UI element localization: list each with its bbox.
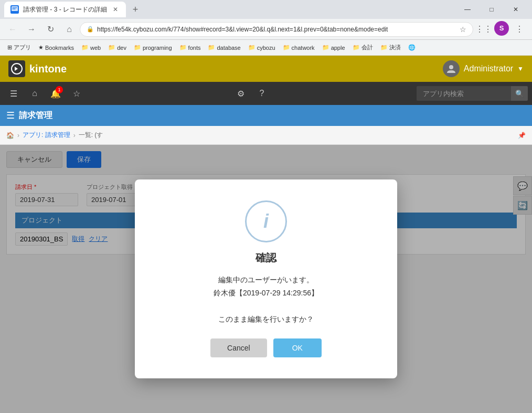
modal-icon-text: i <box>263 210 269 232</box>
search-input[interactable] <box>417 86 511 101</box>
globe-icon: 🌐 <box>408 44 416 51</box>
nav-menu-button[interactable]: ☰ <box>4 84 23 103</box>
apps-icon: ⊞ <box>7 44 12 51</box>
modal-buttons: Cancel OK <box>210 338 322 357</box>
nav-favorites-button[interactable]: ☆ <box>67 84 86 103</box>
modal-title: 確認 <box>256 251 276 265</box>
more-menu-button[interactable]: ⋮ <box>511 21 528 38</box>
bookmark-fonts[interactable]: 📁 fonts <box>176 43 204 52</box>
bookmark-dev[interactable]: 📁 dev <box>105 43 130 52</box>
tab-favicon <box>10 5 19 14</box>
chrome-browser: 請求管理 - 3 - レコードの詳細 ✕ + — □ ✕ ← → ↻ ⌂ 🔒 h… <box>0 0 532 56</box>
url-text: https://fe54k.cybozu.com/k/774/show#reco… <box>97 26 456 33</box>
breadcrumb-home-icon[interactable]: 🏠 <box>6 132 14 139</box>
new-tab-button[interactable]: + <box>128 2 143 17</box>
back-button[interactable]: ← <box>4 21 21 38</box>
app-subheader: ☰ 請求管理 <box>0 105 532 126</box>
bookmark-cybozu-label: cybozu <box>257 45 275 51</box>
kintone-header-right: Administrator ▼ <box>443 60 524 77</box>
modal-message-line3: このまま編集を行いますか？ <box>218 315 314 323</box>
folder-icon-database: 📁 <box>208 44 215 51</box>
minimize-button[interactable]: — <box>455 2 480 17</box>
tab-title: 請求管理 - 3 - レコードの詳細 <box>23 5 107 14</box>
window-controls: — □ ✕ <box>455 2 528 17</box>
nav-help-button[interactable]: ? <box>252 84 271 103</box>
breadcrumb-sep-2: › <box>73 132 76 139</box>
nav-notification-button[interactable]: 🔔 1 <box>46 84 65 103</box>
modal-info-icon: i <box>245 200 287 242</box>
bookmark-database[interactable]: 📁 database <box>205 43 243 52</box>
bookmark-apple-label: apple <box>331 45 345 51</box>
folder-icon-accounting: 📁 <box>353 44 360 51</box>
lock-icon: 🔒 <box>87 26 94 33</box>
bookmark-apps-label: アプリ <box>14 44 31 51</box>
search-button[interactable]: 🔍 <box>511 86 528 101</box>
svg-point-4 <box>449 65 453 69</box>
modal-cancel-button[interactable]: Cancel <box>210 338 267 357</box>
forward-button[interactable]: → <box>23 21 40 38</box>
nav-home-button[interactable]: ⌂ <box>25 84 44 103</box>
bookmark-apps[interactable]: ⊞ アプリ <box>4 43 34 52</box>
user-name: Administrator <box>464 64 513 73</box>
nav-settings-button[interactable]: ⚙ <box>231 84 250 103</box>
bookmark-payment[interactable]: 📁 決済 <box>377 43 404 52</box>
breadcrumb: 🏠 › アプリ: 請求管理 › 一覧: (す 📌 <box>0 126 532 145</box>
folder-icon-cybozu: 📁 <box>248 44 256 51</box>
kintone-logo-icon <box>8 60 25 77</box>
reload-button[interactable]: ↻ <box>42 21 59 38</box>
toolbar-buttons: ⋮⋮ S ⋮ <box>475 21 528 38</box>
bookmark-payment-label: 決済 <box>389 44 401 51</box>
bookmark-chatwork[interactable]: 📁 chatwork <box>280 43 318 52</box>
chrome-tab[interactable]: 請求管理 - 3 - レコードの詳細 ✕ <box>4 2 126 17</box>
folder-icon-web: 📁 <box>81 44 89 51</box>
chrome-toolbar: ← → ↻ ⌂ 🔒 https://fe54k.cybozu.com/k/774… <box>0 19 532 40</box>
chrome-titlebar: 請求管理 - 3 - レコードの詳細 ✕ + — □ ✕ <box>0 0 532 19</box>
kintone-logo: kintone <box>8 60 67 77</box>
notification-badge: 1 <box>56 86 63 93</box>
tab-close-button[interactable]: ✕ <box>111 5 120 14</box>
bookmark-fonts-label: fonts <box>188 45 201 51</box>
folder-icon-fonts: 📁 <box>179 44 187 51</box>
kintone-nav: ☰ ⌂ 🔔 1 ☆ ⚙ ? 🔍 <box>0 82 532 105</box>
folder-icon-payment: 📁 <box>380 44 388 51</box>
folder-icon-chatwork: 📁 <box>283 44 290 51</box>
user-menu-chevron-icon: ▼ <box>517 65 524 72</box>
bookmark-dev-label: dev <box>117 45 126 51</box>
bookmarks-bar: ⊞ アプリ ★ Bookmarks 📁 web 📁 dev 📁 programi… <box>0 40 532 56</box>
bookmark-cybozu[interactable]: 📁 cybozu <box>245 43 279 52</box>
folder-icon-dev: 📁 <box>108 44 115 51</box>
home-button[interactable]: ⌂ <box>61 21 78 38</box>
bookmark-bookmarks-label: Bookmarks <box>45 45 74 51</box>
user-menu[interactable]: Administrator ▼ <box>443 60 524 77</box>
svg-rect-1 <box>13 7 17 8</box>
bookmark-web[interactable]: 📁 web <box>78 43 104 52</box>
bookmark-bookmarks[interactable]: ★ Bookmarks <box>35 43 77 52</box>
bookmark-programing[interactable]: 📁 programing <box>131 43 175 52</box>
modal-message: 編集中のユーザーがいます。 鈴木優【2019-07-29 14:29:56】 こ… <box>214 273 318 326</box>
star-icon: ★ <box>38 44 44 51</box>
bookmark-globe[interactable]: 🌐 <box>405 43 419 52</box>
user-avatar <box>443 60 460 77</box>
modal-message-line1: 編集中のユーザーがいます。 <box>218 276 314 284</box>
folder-icon-programing: 📁 <box>134 44 141 51</box>
profile-button[interactable]: S <box>494 21 509 36</box>
breadcrumb-pin-icon[interactable]: 📌 <box>518 132 526 139</box>
maximize-button[interactable]: □ <box>480 2 504 17</box>
address-bar[interactable]: 🔒 https://fe54k.cybozu.com/k/774/show#re… <box>80 22 473 37</box>
bookmark-apple[interactable]: 📁 apple <box>319 43 348 52</box>
app-menu-icon[interactable]: ☰ <box>6 110 15 121</box>
bookmark-accounting-label: 会計 <box>361 44 373 51</box>
confirmation-modal: i 確認 編集中のユーザーがいます。 鈴木優【2019-07-29 14:29:… <box>135 179 397 379</box>
modal-ok-button[interactable]: OK <box>273 338 322 357</box>
folder-icon-apple: 📁 <box>322 44 329 51</box>
close-button[interactable]: ✕ <box>504 2 528 17</box>
extensions-button[interactable]: ⋮⋮ <box>475 21 492 38</box>
breadcrumb-app-link[interactable]: アプリ: 請求管理 <box>23 131 70 140</box>
bookmark-web-label: web <box>90 45 101 51</box>
bookmark-accounting[interactable]: 📁 会計 <box>349 43 376 52</box>
bookmark-database-label: database <box>217 45 240 51</box>
modal-message-line2: 鈴木優【2019-07-29 14:29:56】 <box>214 289 318 297</box>
app-title: 請求管理 <box>19 110 52 121</box>
bookmark-star-icon[interactable]: ☆ <box>460 25 466 34</box>
breadcrumb-view: 一覧: (す <box>79 131 103 140</box>
